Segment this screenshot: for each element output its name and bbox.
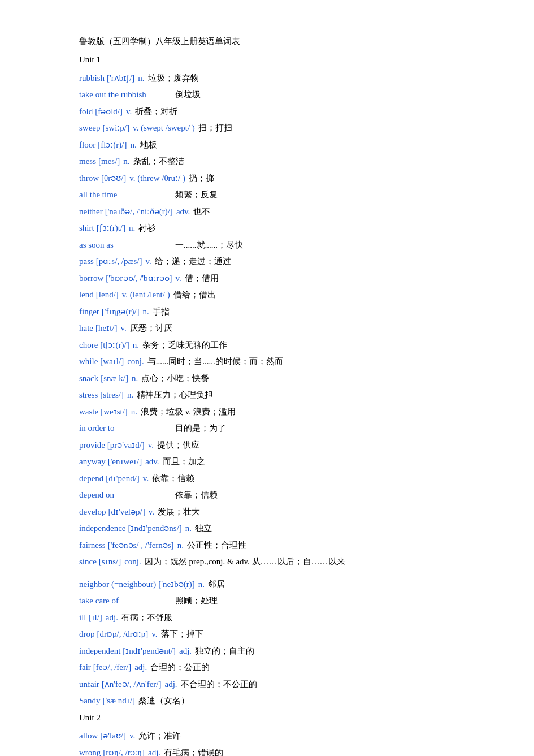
vocab-word: allow (79, 728, 98, 744)
vocab-meaning: 落下；掉下 (161, 626, 203, 642)
vocab-pos: n. (132, 370, 138, 387)
vocab-word: unfair (79, 676, 99, 693)
vocab-word: develop (79, 504, 106, 520)
vocab-word: lend (79, 287, 94, 303)
vocab-phonetic: [tʃɔː(r)/] (100, 337, 129, 353)
vocab-word: provide (79, 437, 105, 453)
vocab-meaning: 扫；打扫 (198, 120, 232, 136)
vocab-meaning: 给；递；走过；通过 (155, 253, 231, 270)
vocab-meaning: 借给；借出 (173, 287, 216, 303)
vocab-phonetic: [ə'laʊ/] (100, 728, 126, 744)
vocab-word: while (79, 353, 98, 370)
vocab-pos: v. (143, 470, 149, 487)
vocab-pos: v. (176, 270, 181, 287)
vocab-phonetic: [dɪ'pend/] (106, 470, 140, 487)
vocab-phonetic: [heɪt/] (95, 320, 117, 336)
vocab-pos: v. (148, 437, 154, 453)
vocab-word: fairness (79, 537, 106, 554)
vocab-phonetic: [ɪl/] (89, 610, 102, 626)
phrase: as soon as (79, 237, 164, 253)
vocab-phonetic: [mes/] (98, 153, 120, 170)
vocab-phonetic: [flɔː(r)/] (98, 137, 127, 153)
vocab-pos: adj. (148, 745, 160, 756)
vocab-word: snack (79, 370, 98, 387)
vocab-word: pass (79, 253, 94, 270)
vocab-pos: v. (threw /θruː/ ) (129, 170, 185, 187)
vocab-line: ill[ɪl/]adj.有病；不舒服 (79, 610, 489, 626)
vocab-meaning: 浪费；垃圾 v. 浪费；滥用 (141, 404, 236, 420)
vocab-phonetic: [ɪndɪ'pendəns/] (128, 520, 181, 537)
vocab-meaning: 也不 (193, 204, 210, 220)
vocab-word: waste (79, 404, 98, 420)
phrase: in order to (79, 420, 164, 437)
vocab-word: throw (79, 170, 99, 187)
vocab-line: independence[ɪndɪ'pendəns/]n.独立 (79, 520, 489, 537)
vocab-line: develop[dɪ'veləp/]v.发展；壮大 (79, 504, 489, 520)
vocab-pos: v. (126, 103, 132, 120)
unit-heading-3: Unit 2 (79, 710, 489, 726)
vocab-phonetic: [snæ k/] (101, 370, 128, 387)
vocab-meaning: 垃圾；废弃物 (148, 70, 199, 87)
vocab-phonetic: [drɒp/, /drɑːp] (97, 626, 149, 642)
vocab-line: since[sɪns/]conj.因为；既然 prep.,conj. & adv… (79, 554, 489, 570)
vocab-pos: conj. (124, 554, 141, 570)
vocab-phonetic: [fəʊld/] (95, 103, 123, 120)
vocab-meaning: 邻居 (208, 576, 225, 593)
vocab-meaning: 借；借用 (185, 270, 219, 287)
vocab-line: anyway['enɪweɪ/]adv.而且；加之 (79, 453, 489, 470)
unit-heading-1: Unit 1 (79, 52, 489, 68)
vocab-meaning: 合理的；公正的 (150, 659, 210, 676)
vocab-phonetic: ['sæ ndɪ/] (103, 693, 135, 709)
vocab-word: finger (79, 304, 99, 320)
vocab-meaning: 公正性；合理性 (187, 537, 246, 554)
vocab-phonetic: ['rʌbɪʃ/] (107, 70, 134, 87)
vocab-pos: adj. (106, 610, 118, 626)
phrase: take care of (79, 593, 164, 609)
vocab-pos: adv. (145, 453, 159, 470)
vocab-phonetic: [prə'vaɪd/] (107, 437, 145, 453)
vocab-word: ill (79, 610, 86, 626)
vocab-phonetic: ['enɪweɪ/] (108, 453, 142, 470)
vocab-pos: adj. (179, 643, 192, 659)
vocab-line: fairness['feənəs/ , /'fernəs]n.公正性；合理性 (79, 537, 489, 554)
vocab-pos: v. (151, 626, 157, 642)
vocab-pos: adj. (165, 676, 177, 693)
vocab-meaning: 因为；既然 prep.,conj. & adv. 从……以后；自……以来 (145, 554, 345, 570)
vocab-phonetic: ['naɪðə/, /'niːðə(r)/] (105, 204, 173, 220)
vocab-line: waste[weɪst/]n.浪费；垃圾 v. 浪费；滥用 (79, 404, 489, 420)
vocab-meaning: 而且；加之 (163, 453, 205, 470)
vocab-meaning: 有毛病；错误的 (164, 745, 223, 756)
vocab-pos: n. (177, 537, 184, 554)
phrase-meaning: 照顾；处理 (175, 593, 218, 609)
phrase-meaning: 目的是；为了 (175, 420, 226, 437)
vocab-phonetic: [feə/, /fer/] (93, 659, 131, 676)
vocab-line: depend[dɪ'pend/]v.依靠；信赖 (79, 470, 489, 487)
phrase: all the time (79, 187, 164, 203)
vocab-line: provide[prə'vaɪd/]v.提供；供应 (79, 437, 489, 453)
vocab-pos: n. (129, 220, 135, 236)
vocab-meaning: 杂乱；不整洁 (133, 153, 184, 170)
vocab-line: take care of照顾；处理 (79, 593, 489, 609)
vocab-line: neither['naɪðə/, /'niːðə(r)/]adv.也不 (79, 204, 489, 220)
vocab-pos: v. (lent /lent/ ) (122, 287, 170, 303)
vocab-meaning: 提供；供应 (157, 437, 199, 453)
vocab-line: chore[tʃɔː(r)/]n.杂务；乏味无聊的工作 (79, 337, 489, 353)
vocab-meaning: 手指 (153, 304, 170, 320)
vocab-pos: n. (131, 404, 137, 420)
vocab-line: as soon as一......就......；尽快 (79, 237, 489, 253)
phrase-meaning: 频繁；反复 (175, 187, 218, 203)
vocab-word: independent (79, 643, 120, 659)
vocab-meaning: 厌恶；讨厌 (130, 320, 172, 336)
vocab-pos: n. (130, 137, 136, 153)
vocab-line: snack[snæ k/]n.点心；小吃；快餐 (79, 370, 489, 387)
vocab-line: drop[drɒp/, /drɑːp]v.落下；掉下 (79, 626, 489, 642)
vocab-line: shirt[ʃɜː(r)t/]n.衬衫 (79, 220, 489, 236)
vocab-meaning: 允许；准许 (138, 728, 181, 744)
vocab-word: fair (79, 659, 91, 676)
vocab-line: allow[ə'laʊ/]v.允许；准许 (79, 728, 489, 744)
vocab-line: unfair[ʌn'feə/, /ʌn'fer/]adj.不合理的；不公正的 (79, 676, 489, 693)
vocab-phonetic: [waɪl/] (100, 353, 124, 370)
vocab-phonetic: [weɪst/] (101, 404, 128, 420)
vocab-pos: v. (swept /swept/ ) (133, 120, 195, 136)
vocab-phonetic: ['neɪbə(r)] (158, 576, 194, 593)
